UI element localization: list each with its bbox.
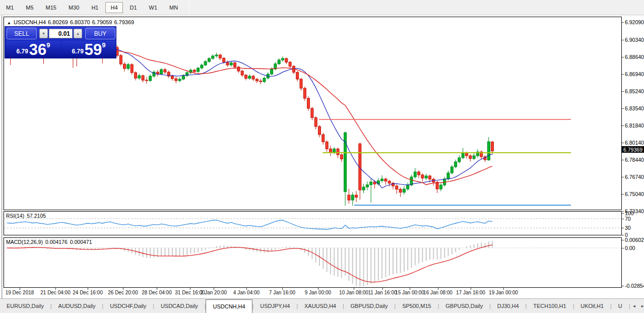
axis-tick-label: 0.006024 <box>625 237 644 243</box>
chart-header: ▲USDCNH,H46.802696.803706.790596.79369 <box>7 19 136 25</box>
current-price-badge: 6.79369 <box>622 146 644 153</box>
macd-value1: 0.004176 <box>45 239 68 245</box>
tab-audusd-daily[interactable]: AUDUSD,Daily <box>52 299 102 313</box>
volume-increase-icon[interactable]: ▲ <box>74 29 82 38</box>
chart-symbol-period: USDCNH,H4 <box>14 19 46 25</box>
axis-tick-label: 6.85240 <box>625 88 644 94</box>
axis-tick-label: 6.78440 <box>625 157 644 163</box>
macd-canvas <box>4 238 621 287</box>
rsi-value: 57.2105 <box>27 213 46 219</box>
axis-tick <box>622 228 624 228</box>
rsi-indicator-panel: RSI(14)57.2105 <box>4 211 622 235</box>
volume-decrease-icon[interactable]: ▼ <box>39 29 48 38</box>
volume-input[interactable]: 0.01 <box>49 29 73 38</box>
buy-price-small: 6.79 <box>72 48 83 55</box>
ohlc-low: 6.79059 <box>92 19 112 25</box>
sell-button[interactable]: SELL <box>7 28 37 39</box>
time-axis-label: 7 Jan 16:00 <box>262 290 302 295</box>
rsi-name: RSI(14) <box>6 213 24 219</box>
buy-button[interactable]: BUY <box>85 28 115 39</box>
timeframe-button-m30[interactable]: M30 <box>63 2 84 13</box>
sell-price-sup: 9 <box>46 41 50 49</box>
sell-price-small: 6.79 <box>16 48 28 55</box>
axis-tick <box>622 160 624 160</box>
rsi-canvas <box>4 212 621 235</box>
tab-usdcad-daily[interactable]: USDCAD,Daily <box>154 299 205 313</box>
axis-tick <box>622 74 624 75</box>
tab-scroll-left-icon[interactable]: ◂ <box>630 299 638 313</box>
tab-gbpusd-daily[interactable]: GBPUSD,Daily <box>439 299 489 313</box>
axis-tick <box>622 240 624 240</box>
sell-quote[interactable]: 6.79 36 9 <box>6 41 60 58</box>
tab-u[interactable]: U <box>612 299 629 313</box>
chart-client-area: ▲USDCNH,H46.802696.803706.790596.79369 S… <box>0 16 644 298</box>
axis-tick <box>622 219 624 219</box>
timeframe-button-h1[interactable]: H1 <box>86 2 103 13</box>
tab-eurusd-daily[interactable]: EURUSD,Daily <box>0 299 50 313</box>
axis-tick <box>622 235 624 235</box>
tab-usdcnh-h4[interactable]: USDCNH,H4 <box>206 299 252 313</box>
axis-tick <box>622 126 624 126</box>
axis-tick-label: 6.80140 <box>625 140 644 146</box>
time-axis-label: 4 Jan 04:00 <box>226 290 267 295</box>
axis-tick <box>622 213 624 214</box>
price-axis-column: 6.79369 6.920906.903406.886406.869406.85… <box>622 16 644 298</box>
macd-value2: 0.000471 <box>70 239 92 245</box>
axis-tick <box>622 57 624 57</box>
macd-name: MACD(12,26,9) <box>6 239 43 245</box>
tab-dj30-h4[interactable]: DJ30,H4 <box>491 299 526 313</box>
tab-gbpusd-daily[interactable]: GBPUSD,Daily <box>344 299 395 313</box>
up-triangle-icon: ▲ <box>7 21 11 25</box>
timeframe-button-mn[interactable]: MN <box>164 2 183 13</box>
window-left-edge <box>2 16 2 298</box>
axis-tick-label: -0.028549 <box>625 283 644 289</box>
axis-tick-label: 6.75040 <box>625 191 644 197</box>
axis-tick-label: 6.90340 <box>625 37 644 43</box>
timeframe-toolbar: M1M5M15M30H1H4D1W1MN <box>0 0 644 15</box>
axis-tick-label: 6.92090 <box>625 19 644 25</box>
toolbar-separator <box>189 2 189 13</box>
time-axis-label: 19 Dec 2018 <box>0 290 40 295</box>
tab-scroll-right-icon[interactable]: ▸ <box>638 299 644 313</box>
timeframe-button-w1[interactable]: W1 <box>144 2 163 13</box>
timeframe-button-d1[interactable]: D1 <box>125 2 142 13</box>
time-axis-label: 24 Dec 16:00 <box>68 290 108 295</box>
buy-quote[interactable]: 6.79 59 9 <box>61 41 116 58</box>
macd-indicator-panel: MACD(12,26,9)0.0041760.000471 <box>4 237 622 288</box>
ohlc-high: 6.80370 <box>70 19 90 25</box>
axis-tick-label: 6.81840 <box>625 122 644 129</box>
axis-tick <box>622 177 624 177</box>
time-axis: 19 Dec 201821 Dec 04:0024 Dec 16:0026 De… <box>4 288 622 298</box>
timeframe-button-m15[interactable]: M15 <box>41 2 61 13</box>
axis-tick <box>622 143 624 143</box>
ohlc-close: 6.79369 <box>114 19 134 25</box>
axis-tick-label: 6.83540 <box>625 105 644 111</box>
axis-tick <box>622 248 624 248</box>
timeframe-button-m5[interactable]: M5 <box>21 2 38 13</box>
axis-tick <box>622 286 624 286</box>
axis-tick-label: 6.76740 <box>625 174 644 180</box>
axis-tick <box>622 22 624 23</box>
axis-tick <box>622 108 624 109</box>
tab-usdjpy-h4[interactable]: USDJPY,H4 <box>253 299 296 313</box>
time-axis-label: 19 Jan 00:00 <box>483 290 524 295</box>
axis-tick-label: 70 <box>625 216 631 222</box>
time-axis-label: 9 Jan 00:00 <box>298 290 338 295</box>
axis-tick-label: 30 <box>625 225 631 231</box>
ohlc-open: 6.80269 <box>48 19 68 25</box>
axis-tick-label: 6.86940 <box>625 71 644 77</box>
tab-xauusd-h4[interactable]: XAUUSD,H4 <box>298 299 343 313</box>
tab-ukoil-h1[interactable]: UKOil,H1 <box>574 299 610 313</box>
one-click-trading-widget: SELL ▼ 0.01 ▲ BUY 6.79 36 9 6.79 59 9 <box>5 26 116 58</box>
window-left-edge-highlight <box>3 16 3 298</box>
chart-tab-bar: EURUSD,Daily|AUDUSD,Daily|USDCHF,Daily|U… <box>0 298 644 313</box>
timeframe-button-m1[interactable]: M1 <box>1 2 19 13</box>
buy-price-sup: 9 <box>102 41 105 49</box>
macd-label: MACD(12,26,9)0.0041760.000471 <box>6 239 95 245</box>
price-chart-panel: ▲USDCNH,H46.802696.803706.790596.79369 S… <box>4 17 622 210</box>
tab-tech100-h1[interactable]: TECH100,H1 <box>527 299 572 313</box>
timeframe-button-h4[interactable]: H4 <box>105 2 122 13</box>
tab-sp500-m15[interactable]: SP500,M15 <box>396 299 437 313</box>
tab-usdchf-daily[interactable]: USDCHF,Daily <box>103 299 153 313</box>
trade-controls-row: SELL ▼ 0.01 ▲ BUY <box>5 27 116 40</box>
